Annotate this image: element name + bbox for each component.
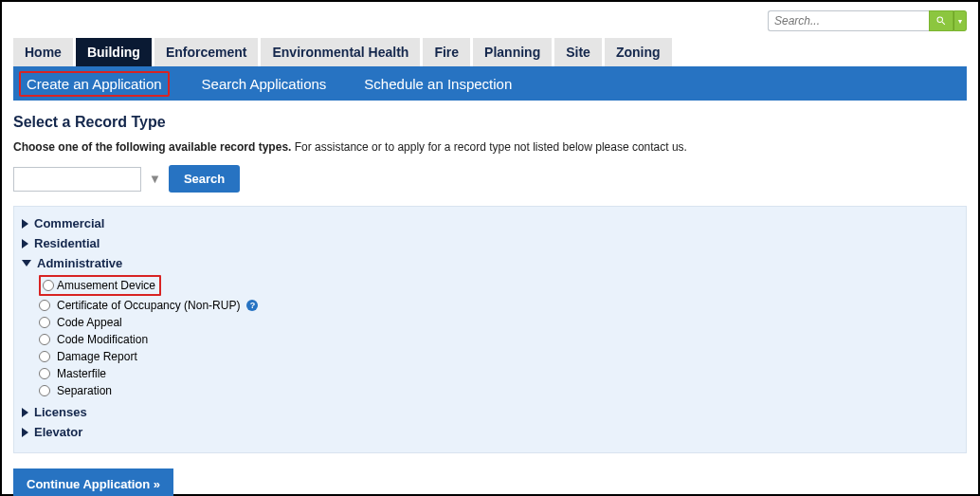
- tab-zoning[interactable]: Zoning: [605, 38, 672, 66]
- radio-certificate-occupancy[interactable]: [39, 300, 50, 311]
- radio-code-modification-label: Code Modification: [57, 332, 148, 347]
- instruction-text: Choose one of the following available re…: [13, 140, 967, 154]
- subnav-create-application[interactable]: Create an Application: [19, 71, 170, 97]
- subnav-search-applications[interactable]: Search Applications: [196, 71, 333, 97]
- caret-down-icon: ▾: [958, 17, 962, 26]
- record-type-panel: Commercial Residential Administrative Am…: [13, 206, 967, 453]
- category-residential-label: Residential: [34, 236, 100, 250]
- global-search-input[interactable]: [768, 10, 929, 31]
- radio-code-appeal[interactable]: [39, 317, 50, 328]
- subnav: Create an Application Search Application…: [13, 66, 967, 101]
- search-icon: [935, 15, 947, 27]
- record-type-filter-input[interactable]: [13, 167, 141, 192]
- category-residential[interactable]: Residential: [22, 236, 958, 250]
- category-commercial[interactable]: Commercial: [22, 216, 958, 230]
- tab-environmental-health[interactable]: Environmental Health: [261, 38, 420, 66]
- chevron-right-icon: [22, 428, 28, 437]
- radio-damage-report[interactable]: [39, 351, 50, 362]
- help-icon[interactable]: ?: [246, 300, 258, 311]
- radio-masterfile-label: Masterfile: [57, 366, 106, 381]
- radio-amusement-device[interactable]: [43, 280, 54, 291]
- tab-home[interactable]: Home: [13, 38, 73, 66]
- radio-code-modification[interactable]: [39, 334, 50, 345]
- filter-search-button[interactable]: Search: [169, 165, 240, 193]
- category-elevator-label: Elevator: [34, 425, 82, 439]
- tab-fire[interactable]: Fire: [423, 38, 470, 66]
- subnav-schedule-inspection[interactable]: Schedule an Inspection: [358, 71, 517, 97]
- radio-damage-report-label: Damage Report: [57, 349, 137, 364]
- chevron-down-icon: [22, 260, 31, 266]
- tab-planning[interactable]: Planning: [473, 38, 552, 66]
- main-tabs: Home Building Enforcement Environmental …: [13, 38, 967, 66]
- tab-building[interactable]: Building: [76, 38, 152, 66]
- category-licenses-label: Licenses: [34, 405, 87, 419]
- global-search-button[interactable]: [929, 10, 953, 31]
- chevron-right-icon: [22, 219, 28, 229]
- tab-site[interactable]: Site: [554, 38, 602, 66]
- radio-separation[interactable]: [39, 385, 50, 396]
- filter-icon[interactable]: ▼: [149, 172, 161, 186]
- category-administrative[interactable]: Administrative: [22, 256, 958, 270]
- category-administrative-label: Administrative: [37, 256, 122, 270]
- continue-application-button[interactable]: Continue Application »: [13, 468, 173, 496]
- radio-masterfile[interactable]: [39, 368, 50, 379]
- instruction-rest: For assistance or to apply for a record …: [291, 140, 687, 154]
- radio-code-appeal-label: Code Appeal: [57, 315, 122, 330]
- highlighted-option-amusement: Amusement Device: [39, 275, 161, 296]
- global-search-dropdown[interactable]: ▾: [953, 10, 967, 31]
- global-search: ▾: [768, 10, 967, 31]
- category-licenses[interactable]: Licenses: [22, 405, 958, 419]
- chevron-right-icon: [22, 239, 28, 248]
- chevron-right-icon: [22, 408, 28, 417]
- category-elevator[interactable]: Elevator: [22, 425, 958, 439]
- radio-amusement-device-label: Amusement Device: [57, 278, 155, 293]
- category-commercial-label: Commercial: [34, 216, 104, 230]
- instruction-bold: Choose one of the following available re…: [13, 140, 291, 154]
- radio-separation-label: Separation: [57, 383, 112, 398]
- filter-row: ▼ Search: [13, 165, 967, 193]
- category-administrative-children: Amusement Device Certificate of Occupanc…: [39, 274, 958, 399]
- page-title: Select a Record Type: [13, 114, 967, 131]
- radio-certificate-occupancy-label: Certificate of Occupancy (Non-RUP): [57, 298, 240, 313]
- tab-enforcement[interactable]: Enforcement: [154, 38, 259, 66]
